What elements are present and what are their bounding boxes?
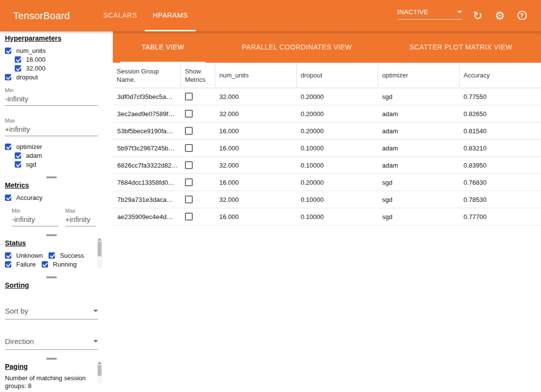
scroll-up-icon[interactable] bbox=[98, 238, 102, 241]
unknown-checkbox[interactable] bbox=[5, 252, 11, 259]
dropout-cell: 0.20000 bbox=[296, 122, 378, 139]
accuracy-checkbox[interactable] bbox=[5, 195, 11, 201]
show-metrics-checkbox[interactable] bbox=[185, 161, 193, 169]
num-units-checkbox[interactable] bbox=[5, 48, 11, 54]
max-label: Max bbox=[5, 118, 98, 123]
hparams-sidebar: Hyperparameters num_units 16.000 32.000 … bbox=[0, 31, 103, 392]
optimizer-cell: adam bbox=[378, 157, 459, 173]
help-icon[interactable]: ? bbox=[515, 9, 528, 22]
table-row[interactable]: 3df0d7cf35bec5a… 32.000 0.20000 sgd 0.77… bbox=[113, 88, 541, 105]
show-metrics-checkbox[interactable] bbox=[185, 213, 193, 220]
scroll-up-icon[interactable] bbox=[98, 362, 102, 364]
optimizer-cell: adam bbox=[378, 105, 459, 122]
status-running[interactable]: Running bbox=[42, 260, 77, 269]
direction-dropdown[interactable]: Direction bbox=[5, 337, 98, 350]
show-metrics-checkbox[interactable] bbox=[185, 110, 193, 118]
tab-table-view[interactable]: TABLE VIEW bbox=[113, 31, 213, 63]
show-metrics-checkbox[interactable] bbox=[185, 196, 193, 203]
paging-scrollbar[interactable] bbox=[97, 361, 102, 383]
col-num-units[interactable]: num_units bbox=[215, 63, 296, 88]
show-metrics-checkbox[interactable] bbox=[185, 93, 193, 100]
num-units-label: num_units bbox=[16, 47, 46, 54]
hparam-dropout[interactable]: dropout bbox=[5, 73, 98, 81]
max-input[interactable]: +infinity bbox=[65, 215, 96, 226]
running-label: Running bbox=[53, 261, 77, 268]
num-units-cell: 32.000 bbox=[215, 105, 296, 122]
dropout-max-field: Max +infinity bbox=[5, 118, 98, 136]
show-metrics-checkbox[interactable] bbox=[185, 144, 193, 152]
hparam-num-units-32[interactable]: 32.000 bbox=[15, 64, 98, 73]
optimizer-cell: adam bbox=[378, 140, 459, 156]
max-input[interactable]: +infinity bbox=[5, 125, 98, 136]
table-row[interactable]: 53bf5bece9190fa… 16.000 0.20000 adam 0.8… bbox=[113, 122, 541, 140]
optimizer-cell: adam bbox=[378, 122, 459, 139]
hparam-optimizer[interactable]: optimizer bbox=[5, 142, 98, 151]
sgd-checkbox[interactable] bbox=[15, 161, 21, 168]
sorting-heading: Sorting bbox=[5, 281, 98, 289]
show-metrics-checkbox[interactable] bbox=[185, 178, 193, 186]
running-checkbox[interactable] bbox=[42, 261, 48, 268]
table-row[interactable]: 7b29a731e3daca… 32.000 0.10000 sgd 0.785… bbox=[113, 191, 541, 208]
table-row[interactable]: 5b97f3c2967245b… 16.000 0.10000 adam 0.8… bbox=[113, 140, 541, 157]
col-optimizer[interactable]: optimizer bbox=[378, 63, 459, 88]
show-metrics-checkbox[interactable] bbox=[185, 127, 193, 135]
status-scrollbar[interactable] bbox=[97, 237, 102, 269]
status-heading: Status bbox=[5, 239, 98, 247]
show-metrics-cell bbox=[180, 105, 215, 122]
num-units-32-checkbox[interactable] bbox=[15, 65, 21, 72]
col-dropout[interactable]: dropout bbox=[296, 63, 378, 88]
help-question-glyph: ? bbox=[517, 11, 527, 20]
tab-hparams[interactable]: HPARAMS bbox=[145, 0, 196, 31]
unknown-label: Unknown bbox=[16, 252, 43, 259]
col-session-group-name[interactable]: Session Group Name. bbox=[113, 63, 180, 88]
dropout-checkbox[interactable] bbox=[5, 74, 11, 80]
status-panel: Status Unknown Success Failure Running bbox=[0, 236, 103, 269]
tab-parallel-coordinates-view[interactable]: PARALLEL COORDINATES VIEW bbox=[213, 31, 381, 63]
num-units-16-checkbox[interactable] bbox=[15, 56, 21, 63]
run-status-dropdown[interactable]: INACTIVE bbox=[397, 8, 462, 20]
settings-icon[interactable]: ⚙ bbox=[493, 9, 506, 22]
status-success[interactable]: Success bbox=[49, 251, 84, 260]
optimizer-cell: sgd bbox=[378, 208, 459, 225]
sgd-label: sgd bbox=[26, 161, 36, 168]
status-failure[interactable]: Failure bbox=[5, 260, 36, 269]
sort-by-dropdown[interactable]: Sort by bbox=[5, 307, 98, 319]
hyperparameters-heading: Hyperparameters bbox=[5, 34, 98, 42]
col-accuracy[interactable]: Accuracy bbox=[459, 63, 541, 88]
min-input[interactable]: -infinity bbox=[12, 215, 59, 226]
scrollbar-thumb[interactable] bbox=[98, 365, 102, 376]
table-row[interactable]: ae235909ec4e4d… 16.000 0.10000 sgd 0.777… bbox=[113, 208, 541, 225]
adam-checkbox[interactable] bbox=[15, 152, 21, 159]
success-checkbox[interactable] bbox=[49, 252, 55, 259]
hparam-optimizer-adam[interactable]: adam bbox=[15, 151, 98, 160]
num-units-cell: 16.000 bbox=[215, 174, 296, 191]
table-row[interactable]: 6826cc7fa3322d82… 32.000 0.10000 adam 0.… bbox=[113, 157, 541, 174]
min-label: Min bbox=[5, 87, 98, 93]
optimizer-checkbox[interactable] bbox=[5, 144, 11, 150]
accuracy-cell: 0.76830 bbox=[459, 174, 541, 191]
max-label: Max bbox=[65, 208, 96, 214]
metric-accuracy[interactable]: Accuracy bbox=[5, 193, 98, 202]
paging-heading: Paging bbox=[5, 363, 98, 370]
col-show-metrics[interactable]: Show Metrics bbox=[180, 63, 215, 88]
dropout-cell: 0.10000 bbox=[296, 191, 378, 208]
failure-label: Failure bbox=[16, 261, 36, 268]
session-group-name-cell: 7684dcc13358fd0… bbox=[113, 174, 180, 191]
tab-scalars[interactable]: SCALARS bbox=[96, 0, 145, 31]
table-header: Session Group Name. Show Metrics num_uni… bbox=[113, 63, 541, 88]
refresh-icon[interactable]: ↻ bbox=[471, 9, 484, 22]
hparam-optimizer-sgd[interactable]: sgd bbox=[15, 160, 98, 169]
scrollbar-thumb[interactable] bbox=[98, 242, 102, 256]
table-row[interactable]: 3ec2aed9e07589f… 32.000 0.20000 adam 0.8… bbox=[113, 105, 541, 122]
toolbar-actions: INACTIVE ↻ ⚙ ? bbox=[397, 0, 528, 31]
num-units-cell: 16.000 bbox=[215, 122, 296, 139]
status-unknown[interactable]: Unknown bbox=[5, 251, 43, 260]
failure-checkbox[interactable] bbox=[5, 261, 11, 268]
hparam-num-units-16[interactable]: 16.000 bbox=[15, 55, 98, 64]
table-row[interactable]: 7684dcc13358fd0… 16.000 0.20000 sgd 0.76… bbox=[113, 174, 541, 191]
tab-scatter-plot-matrix-view[interactable]: SCATTER PLOT MATRIX VIEW bbox=[381, 31, 541, 63]
hparam-num-units[interactable]: num_units bbox=[5, 46, 98, 55]
min-input[interactable]: -infinity bbox=[5, 95, 98, 106]
top-toolbar: TensorBoard SCALARS HPARAMS INACTIVE ↻ ⚙… bbox=[0, 0, 541, 31]
paging-panel: Paging Number of matching session groups… bbox=[0, 360, 103, 390]
